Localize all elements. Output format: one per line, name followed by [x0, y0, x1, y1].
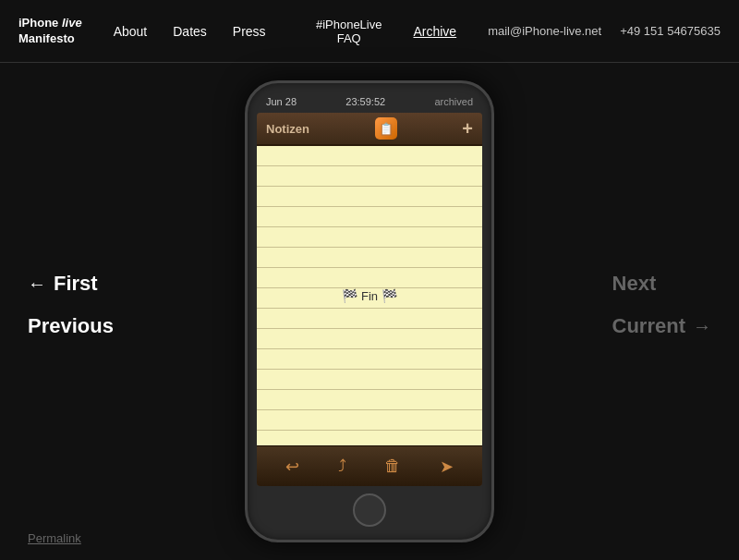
phone-date: Jun 28	[266, 96, 297, 107]
fin-text: 🏁 Fin 🏁	[342, 288, 397, 303]
add-note-button[interactable]: +	[462, 118, 473, 140]
nav-archive[interactable]: Archive	[413, 24, 456, 39]
toolbar-label: Notizen	[266, 122, 309, 136]
notepad-icon: 📋	[375, 117, 397, 140]
previous-label: Previous	[28, 314, 114, 338]
left-arrow-icon: ←	[28, 273, 46, 294]
home-button[interactable]	[353, 493, 386, 527]
current-button[interactable]: Current →	[612, 314, 711, 338]
app-bottom-bar: ↩ ⤴ 🗑 ➤	[257, 445, 482, 486]
flag-icon-right: 🏁	[382, 288, 397, 303]
share-icon[interactable]: ⤴	[338, 457, 346, 476]
forward-icon[interactable]: ➤	[440, 457, 454, 477]
flag-icon-left: 🏁	[342, 288, 357, 303]
phone-archived-status: archived	[434, 96, 473, 107]
header-phone: +49 151 54675635	[620, 24, 721, 38]
nav-press[interactable]: Press	[233, 24, 266, 39]
nav-dates[interactable]: Dates	[173, 24, 207, 39]
header-right: #iPhoneLive FAQ Archive mail@iPhone-live…	[316, 18, 721, 45]
phone-time: 23:59:52	[345, 96, 385, 107]
next-label: Next	[612, 272, 657, 296]
phone-mockup: Jun 28 23:59:52 archived Notizen 📋 +	[245, 80, 494, 542]
back-icon[interactable]: ↩	[285, 457, 299, 477]
site-logo: iPhone live Manifesto	[18, 16, 82, 47]
nav-about[interactable]: About	[114, 24, 148, 39]
first-label: First	[54, 272, 98, 296]
right-arrow-icon: →	[693, 315, 711, 336]
app-screen: Notizen 📋 +	[257, 113, 482, 486]
app-toolbar: Notizen 📋 +	[257, 113, 482, 146]
first-button[interactable]: ← First	[28, 272, 114, 296]
current-label: Current	[612, 314, 685, 338]
trash-icon[interactable]: 🗑	[384, 457, 401, 476]
header-email: mail@iPhone-live.net	[488, 24, 601, 38]
permalink-link[interactable]: Permalink	[28, 531, 81, 545]
site-header: iPhone live Manifesto About Dates Press …	[0, 0, 739, 63]
previous-button[interactable]: Previous	[28, 314, 114, 338]
main-content: ← First Previous Jun 28 23:59:52 archive…	[0, 63, 739, 560]
phone-status-bar: Jun 28 23:59:52 archived	[257, 96, 482, 107]
hashtag-block: #iPhoneLive FAQ	[316, 18, 382, 45]
fin-label: Fin	[361, 289, 378, 303]
next-button[interactable]: Next	[612, 272, 657, 296]
notepad-area: 🏁 Fin 🏁	[257, 146, 482, 445]
left-navigation: ← First Previous	[28, 272, 114, 338]
right-navigation: Next Current →	[612, 272, 711, 338]
notepad-content: 🏁 Fin 🏁	[257, 146, 482, 445]
